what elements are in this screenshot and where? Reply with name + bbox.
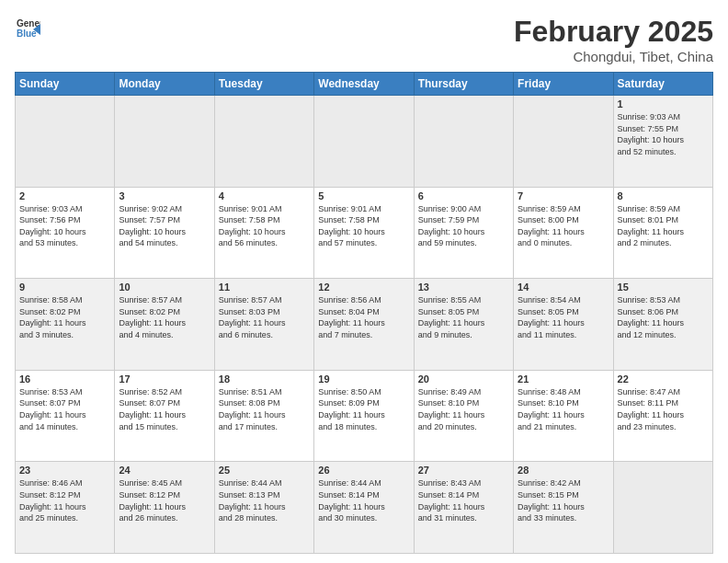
day-number: 21: [518, 373, 609, 385]
day-info: Sunrise: 8:49 AM Sunset: 8:10 PM Dayligh…: [418, 386, 509, 432]
table-row: 14Sunrise: 8:54 AM Sunset: 8:05 PM Dayli…: [514, 279, 613, 371]
day-info: Sunrise: 9:01 AM Sunset: 7:58 PM Dayligh…: [219, 203, 310, 249]
table-row: 1Sunrise: 9:03 AM Sunset: 7:55 PM Daylig…: [613, 96, 712, 188]
svg-text:Blue: Blue: [17, 29, 37, 39]
day-number: 18: [219, 373, 310, 385]
table-row: 17Sunrise: 8:52 AM Sunset: 8:07 PM Dayli…: [115, 370, 214, 462]
day-info: Sunrise: 8:57 AM Sunset: 8:03 PM Dayligh…: [219, 294, 310, 340]
table-row: 23Sunrise: 8:46 AM Sunset: 8:12 PM Dayli…: [16, 462, 115, 554]
location: Chongdui, Tibet, China: [514, 49, 713, 64]
day-number: 20: [418, 373, 509, 385]
day-info: Sunrise: 8:57 AM Sunset: 8:02 PM Dayligh…: [119, 294, 210, 340]
col-thursday: Thursday: [414, 73, 513, 96]
title-block: February 2025 Chongdui, Tibet, China: [514, 15, 713, 64]
table-row: 8Sunrise: 8:59 AM Sunset: 8:01 PM Daylig…: [613, 187, 712, 279]
day-number: 28: [518, 465, 609, 476]
day-info: Sunrise: 9:01 AM Sunset: 7:58 PM Dayligh…: [318, 203, 409, 249]
day-number: 5: [318, 190, 409, 201]
day-number: 27: [418, 465, 509, 476]
day-number: 13: [418, 282, 509, 293]
table-row: 9Sunrise: 8:58 AM Sunset: 8:02 PM Daylig…: [16, 279, 115, 371]
day-info: Sunrise: 8:45 AM Sunset: 8:12 PM Dayligh…: [119, 477, 210, 523]
table-row: [16, 96, 115, 188]
day-info: Sunrise: 8:59 AM Sunset: 8:00 PM Dayligh…: [518, 203, 609, 249]
day-info: Sunrise: 8:46 AM Sunset: 8:12 PM Dayligh…: [19, 477, 110, 523]
table-row: 25Sunrise: 8:44 AM Sunset: 8:13 PM Dayli…: [214, 462, 313, 554]
day-info: Sunrise: 8:47 AM Sunset: 8:11 PM Dayligh…: [618, 386, 709, 432]
table-row: 5Sunrise: 9:01 AM Sunset: 7:58 PM Daylig…: [314, 187, 414, 279]
table-row: 26Sunrise: 8:44 AM Sunset: 8:14 PM Dayli…: [314, 462, 414, 554]
table-row: [115, 96, 214, 188]
calendar-week-row: 16Sunrise: 8:53 AM Sunset: 8:07 PM Dayli…: [16, 370, 713, 462]
page: General Blue February 2025 Chongdui, Tib…: [0, 0, 728, 563]
day-number: 9: [19, 282, 110, 293]
table-row: 12Sunrise: 8:56 AM Sunset: 8:04 PM Dayli…: [314, 279, 414, 371]
day-info: Sunrise: 8:58 AM Sunset: 8:02 PM Dayligh…: [19, 294, 110, 340]
day-number: 4: [219, 190, 310, 201]
day-info: Sunrise: 8:52 AM Sunset: 8:07 PM Dayligh…: [119, 386, 210, 432]
day-info: Sunrise: 8:53 AM Sunset: 8:07 PM Dayligh…: [19, 386, 110, 432]
table-row: 11Sunrise: 8:57 AM Sunset: 8:03 PM Dayli…: [214, 279, 313, 371]
day-info: Sunrise: 8:51 AM Sunset: 8:08 PM Dayligh…: [219, 386, 310, 432]
day-number: 12: [318, 282, 409, 293]
col-wednesday: Wednesday: [314, 73, 414, 96]
table-row: 16Sunrise: 8:53 AM Sunset: 8:07 PM Dayli…: [16, 370, 115, 462]
calendar-week-row: 23Sunrise: 8:46 AM Sunset: 8:12 PM Dayli…: [16, 462, 713, 554]
col-monday: Monday: [115, 73, 214, 96]
day-number: 2: [19, 190, 110, 201]
day-number: 7: [518, 190, 609, 201]
table-row: 13Sunrise: 8:55 AM Sunset: 8:05 PM Dayli…: [414, 279, 513, 371]
day-info: Sunrise: 8:48 AM Sunset: 8:10 PM Dayligh…: [518, 386, 609, 432]
col-tuesday: Tuesday: [214, 73, 313, 96]
day-info: Sunrise: 9:03 AM Sunset: 7:56 PM Dayligh…: [19, 203, 110, 249]
table-row: 27Sunrise: 8:43 AM Sunset: 8:14 PM Dayli…: [414, 462, 513, 554]
table-row: 3Sunrise: 9:02 AM Sunset: 7:57 PM Daylig…: [115, 187, 214, 279]
day-number: 17: [119, 373, 210, 385]
day-number: 24: [119, 465, 210, 476]
table-row: [613, 462, 712, 554]
day-number: 19: [318, 373, 409, 385]
table-row: [214, 96, 313, 188]
table-row: 19Sunrise: 8:50 AM Sunset: 8:09 PM Dayli…: [314, 370, 414, 462]
table-row: 22Sunrise: 8:47 AM Sunset: 8:11 PM Dayli…: [613, 370, 712, 462]
day-number: 10: [119, 282, 210, 293]
calendar-week-row: 2Sunrise: 9:03 AM Sunset: 7:56 PM Daylig…: [16, 187, 713, 279]
col-sunday: Sunday: [16, 73, 115, 96]
calendar-table: Sunday Monday Tuesday Wednesday Thursday…: [15, 72, 713, 554]
day-info: Sunrise: 8:50 AM Sunset: 8:09 PM Dayligh…: [318, 386, 409, 432]
day-number: 26: [318, 465, 409, 476]
logo: General Blue: [15, 15, 42, 40]
table-row: 18Sunrise: 8:51 AM Sunset: 8:08 PM Dayli…: [214, 370, 313, 462]
table-row: 21Sunrise: 8:48 AM Sunset: 8:10 PM Dayli…: [514, 370, 613, 462]
day-number: 15: [618, 282, 709, 293]
day-info: Sunrise: 9:02 AM Sunset: 7:57 PM Dayligh…: [119, 203, 210, 249]
table-row: 10Sunrise: 8:57 AM Sunset: 8:02 PM Dayli…: [115, 279, 214, 371]
table-row: [414, 96, 513, 188]
day-number: 8: [618, 190, 709, 201]
header: General Blue February 2025 Chongdui, Tib…: [15, 15, 713, 64]
table-row: 7Sunrise: 8:59 AM Sunset: 8:00 PM Daylig…: [514, 187, 613, 279]
col-saturday: Saturday: [613, 73, 712, 96]
day-info: Sunrise: 8:56 AM Sunset: 8:04 PM Dayligh…: [318, 294, 409, 340]
table-row: 20Sunrise: 8:49 AM Sunset: 8:10 PM Dayli…: [414, 370, 513, 462]
calendar-week-row: 9Sunrise: 8:58 AM Sunset: 8:02 PM Daylig…: [16, 279, 713, 371]
day-number: 3: [119, 190, 210, 201]
month-title: February 2025: [514, 15, 713, 49]
day-info: Sunrise: 8:44 AM Sunset: 8:14 PM Dayligh…: [318, 477, 409, 523]
day-number: 11: [219, 282, 310, 293]
calendar-week-row: 1Sunrise: 9:03 AM Sunset: 7:55 PM Daylig…: [16, 96, 713, 188]
calendar-header-row: Sunday Monday Tuesday Wednesday Thursday…: [16, 73, 713, 96]
table-row: 28Sunrise: 8:42 AM Sunset: 8:15 PM Dayli…: [514, 462, 613, 554]
day-info: Sunrise: 8:44 AM Sunset: 8:13 PM Dayligh…: [219, 477, 310, 523]
table-row: 24Sunrise: 8:45 AM Sunset: 8:12 PM Dayli…: [115, 462, 214, 554]
day-number: 6: [418, 190, 509, 201]
table-row: [314, 96, 414, 188]
day-info: Sunrise: 8:43 AM Sunset: 8:14 PM Dayligh…: [418, 477, 509, 523]
day-info: Sunrise: 9:00 AM Sunset: 7:59 PM Dayligh…: [418, 203, 509, 249]
day-number: 23: [19, 465, 110, 476]
table-row: 2Sunrise: 9:03 AM Sunset: 7:56 PM Daylig…: [16, 187, 115, 279]
day-number: 25: [219, 465, 310, 476]
day-info: Sunrise: 8:42 AM Sunset: 8:15 PM Dayligh…: [518, 477, 609, 523]
day-info: Sunrise: 8:55 AM Sunset: 8:05 PM Dayligh…: [418, 294, 509, 340]
table-row: 6Sunrise: 9:00 AM Sunset: 7:59 PM Daylig…: [414, 187, 513, 279]
